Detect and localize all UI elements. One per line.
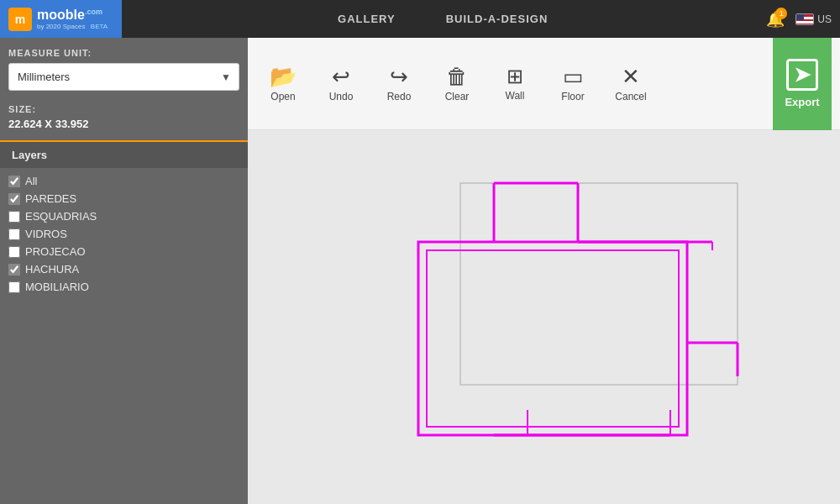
measure-select[interactable]: Millimeters [8,63,239,91]
measure-select-wrap: Millimeters ▼ [8,63,239,91]
logo-icon: m [8,8,32,31]
export-icon: ➤ [786,59,818,91]
layer-checkbox-all[interactable] [8,176,20,187]
main-layout: MEASURE UNIT: Millimeters ▼ SIZE: 22.624… [0,38,840,504]
layer-item: HACHURA [8,263,239,276]
export-button[interactable]: ➤ Export [773,38,832,130]
logo[interactable]: m mooble.com by 2020 Spaces BETA [0,0,122,38]
folder-icon: 📂 [270,66,297,87]
open-label: Open [270,91,295,102]
layer-item: All [8,175,239,187]
undo-icon: ↩ [332,66,350,87]
floor-plan-svg [393,175,754,460]
canvas-area[interactable] [248,130,840,504]
nav-right: 🔔 1 US [764,8,840,31]
layer-checkbox-mobiliario[interactable] [8,281,20,293]
notification-badge: 1 [775,8,787,19]
layer-checkbox-vidros[interactable] [8,228,20,240]
build-a-design-link[interactable]: BUILD-A-DESIGN [446,13,549,25]
left-panel: MEASURE UNIT: Millimeters ▼ SIZE: 22.624… [0,38,248,504]
cancel-icon: ✕ [622,66,640,87]
logo-name: mooble.com [37,8,102,22]
logo-sub: by 2020 Spaces BETA [37,23,108,30]
layer-item: PROJECAO [8,245,239,258]
logo-com: .com [85,8,102,16]
wall-icon: ⊞ [507,66,523,87]
clear-label: Clear [445,91,470,102]
right-area: 📂 Open ↩ Undo ↪ Redo 🗑 Clear ⊞ Wall ▭ Fl [248,38,840,504]
size-value: 22.624 X 33.952 [8,118,239,130]
layer-item: PAREDES [8,192,239,205]
undo-button[interactable]: ↩ Undo [314,46,368,122]
export-label: Export [785,96,819,108]
floor-button[interactable]: ▭ Floor [546,46,600,122]
flag-canton [796,14,804,20]
layer-item: MOBILIARIO [8,281,239,293]
size-section: SIZE: 22.624 X 33.952 [0,97,248,137]
gallery-link[interactable]: GALLERY [338,13,396,25]
floor-icon: ▭ [563,66,584,87]
toolbar: 📂 Open ↩ Undo ↪ Redo 🗑 Clear ⊞ Wall ▭ Fl [248,38,840,130]
open-button[interactable]: 📂 Open [256,46,310,122]
redo-button[interactable]: ↪ Redo [372,46,426,122]
cancel-label: Cancel [615,91,646,102]
floor-label: Floor [561,91,584,102]
measure-label: MEASURE UNIT: [8,48,239,58]
flag-icon [795,13,814,25]
layer-checkbox-projecao[interactable] [8,246,20,258]
layer-item: ESQUADRIAS [8,210,239,223]
layer-label: ESQUADRIAS [25,210,97,223]
layer-label: MOBILIARIO [25,281,89,293]
region-label: US [817,13,832,25]
svg-rect-1 [418,242,687,435]
layer-checkbox-paredes[interactable] [8,193,20,205]
cancel-button[interactable]: ✕ Cancel [604,46,658,122]
size-label: SIZE: [8,104,239,114]
measure-section: MEASURE UNIT: Millimeters ▼ [0,38,248,97]
svg-rect-5 [427,250,679,427]
layer-label: All [25,175,37,187]
region-selector[interactable]: US [795,13,832,25]
layer-checkbox-esquadrias[interactable] [8,211,20,223]
layer-label: PROJECAO [25,245,86,258]
undo-label: Undo [329,91,354,102]
redo-label: Redo [387,91,412,102]
wall-button[interactable]: ⊞ Wall [488,46,542,122]
layer-label: PAREDES [25,192,76,205]
nav-links: GALLERY BUILD-A-DESIGN [122,13,764,25]
logo-text-group: mooble.com by 2020 Spaces BETA [37,8,108,30]
layer-label: HACHURA [25,263,79,276]
layer-checkbox-hachura[interactable] [8,264,20,276]
layer-label: VIDROS [25,228,67,240]
trash-icon: 🗑 [446,66,468,87]
wall-label: Wall [506,90,525,102]
top-navigation: m mooble.com by 2020 Spaces BETA GALLERY… [0,0,840,38]
layer-item: VIDROS [8,228,239,240]
notification-button[interactable]: 🔔 1 [764,8,787,31]
clear-button[interactable]: 🗑 Clear [430,46,484,122]
layers-header: Layers [0,140,248,168]
svg-rect-0 [460,183,738,385]
layers-list: AllPAREDESESQUADRIASVIDROSPROJECAOHACHUR… [0,168,248,300]
redo-icon: ↪ [390,66,408,87]
